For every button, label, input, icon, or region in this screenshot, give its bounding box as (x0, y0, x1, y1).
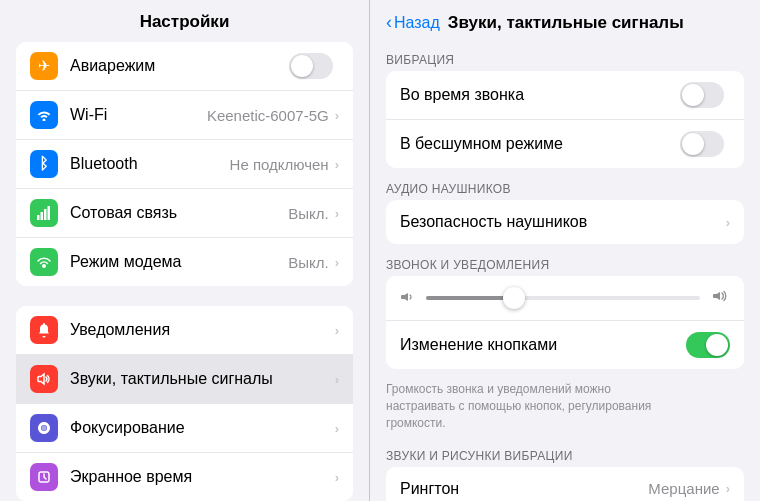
screentime-icon (30, 463, 58, 491)
sounds-icon (30, 365, 58, 393)
right-header: ‹ Назад Звуки, тактильные сигналы (370, 0, 760, 43)
wifi-value: Keenetic-6007-5G (207, 107, 329, 124)
change-with-buttons-label: Изменение кнопками (400, 336, 686, 354)
cellular-label: Сотовая связь (70, 204, 288, 222)
sounds-chevron: › (335, 372, 339, 387)
wifi-row[interactable]: Wi-Fi Keenetic-6007-5G › (16, 91, 353, 140)
silent-vibration-label: В бесшумном режиме (400, 135, 680, 153)
focus-label: Фокусирование (70, 419, 335, 437)
ringtone-row[interactable]: Рингтон Мерцание › (386, 467, 744, 501)
cellular-value: Выкл. (288, 205, 328, 222)
screentime-row[interactable]: Экранное время › (16, 453, 353, 501)
ringtone-section-header: ЗВОНОК И УВЕДОМЛЕНИЯ (370, 252, 760, 276)
vibration-group: Во время звонка В бесшумном режиме (386, 71, 744, 168)
hotspot-chevron: › (335, 255, 339, 270)
change-with-buttons-toggle[interactable] (686, 332, 730, 358)
headphone-safety-row[interactable]: Безопасность наушников › (386, 200, 744, 244)
wifi-icon (30, 101, 58, 129)
ring-vibration-label: Во время звонка (400, 86, 680, 104)
left-panel-title: Настройки (0, 0, 369, 42)
volume-hint: Громкость звонка и уведомлений можнонаст… (370, 377, 760, 439)
ring-vibration-row[interactable]: Во время звонка (386, 71, 744, 120)
hotspot-icon (30, 248, 58, 276)
focus-chevron: › (335, 421, 339, 436)
change-with-buttons-row[interactable]: Изменение кнопками (386, 321, 744, 369)
ringtone-label: Рингтон (400, 480, 648, 498)
sounds-row[interactable]: Звуки, тактильные сигналы › (16, 355, 353, 404)
volume-slider-thumb[interactable] (503, 287, 525, 309)
volume-high-icon (712, 288, 730, 308)
bluetooth-chevron: › (335, 157, 339, 172)
notifications-row[interactable]: Уведомления › (16, 306, 353, 355)
volume-slider-fill (426, 296, 508, 300)
notifications-label: Уведомления (70, 321, 335, 339)
hotspot-row[interactable]: Режим модема Выкл. › (16, 238, 353, 286)
right-panel-title: Звуки, тактильные сигналы (448, 13, 684, 33)
svg-point-4 (42, 264, 46, 268)
cellular-chevron: › (335, 206, 339, 221)
volume-slider-row (386, 276, 744, 321)
notifications-chevron: › (335, 323, 339, 338)
silent-vibration-toggle[interactable] (680, 131, 724, 157)
cellular-row[interactable]: Сотовая связь Выкл. › (16, 189, 353, 238)
focus-icon (30, 414, 58, 442)
ring-vibration-toggle[interactable] (680, 82, 724, 108)
ringtone-chevron: › (726, 481, 730, 496)
vibration-section-header: ВИБРАЦИЯ (370, 47, 760, 71)
svg-rect-3 (48, 206, 51, 220)
airplane-icon: ✈ (30, 52, 58, 80)
bluetooth-label: Bluetooth (70, 155, 230, 173)
headphone-section-header: АУДИО НАУШНИКОВ (370, 176, 760, 200)
sounds-label: Звуки, тактильные сигналы (70, 370, 335, 388)
ringtone-value: Мерцание (648, 480, 719, 497)
hotspot-label: Режим модема (70, 253, 288, 271)
wifi-chevron: › (335, 108, 339, 123)
right-panel: ‹ Назад Звуки, тактильные сигналы ВИБРАЦ… (370, 0, 760, 501)
silent-vibration-row[interactable]: В бесшумном режиме (386, 120, 744, 168)
network-group: ✈ Авиарежим Wi-Fi Keenetic-6007-5G › ᛒ B… (16, 42, 353, 286)
screentime-chevron: › (335, 470, 339, 485)
volume-low-icon (400, 290, 414, 307)
airplane-row[interactable]: ✈ Авиарежим (16, 42, 353, 91)
bluetooth-row[interactable]: ᛒ Bluetooth Не подключен › (16, 140, 353, 189)
ringtone-controls-group: Изменение кнопками (386, 276, 744, 369)
notifications-icon (30, 316, 58, 344)
cellular-icon (30, 199, 58, 227)
sounds-section-header: ЗВУКИ И РИСУНКИ ВИБРАЦИИ (370, 443, 760, 467)
svg-rect-2 (44, 209, 47, 220)
back-label: Назад (394, 14, 440, 32)
headphone-safety-chevron: › (726, 215, 730, 230)
back-button[interactable]: ‹ Назад (386, 12, 440, 33)
headphone-group: Безопасность наушников › (386, 200, 744, 244)
svg-rect-0 (37, 215, 40, 220)
screentime-label: Экранное время (70, 468, 335, 486)
airplane-label: Авиарежим (70, 57, 289, 75)
focus-row[interactable]: Фокусирование › (16, 404, 353, 453)
svg-rect-1 (41, 212, 44, 220)
volume-slider-track[interactable] (426, 296, 700, 300)
left-panel: Настройки ✈ Авиарежим Wi-Fi Keenetic-600… (0, 0, 370, 501)
bluetooth-icon: ᛒ (30, 150, 58, 178)
bluetooth-value: Не подключен (230, 156, 329, 173)
wifi-label: Wi-Fi (70, 106, 207, 124)
notifications-group: Уведомления › Звуки, тактильные сигналы … (16, 306, 353, 501)
headphone-safety-label: Безопасность наушников (400, 213, 726, 231)
hotspot-value: Выкл. (288, 254, 328, 271)
sounds-ringtones-group: Рингтон Мерцание › Звук сообщения Нота ›… (386, 467, 744, 501)
airplane-toggle[interactable] (289, 53, 333, 79)
back-chevron-icon: ‹ (386, 12, 392, 33)
